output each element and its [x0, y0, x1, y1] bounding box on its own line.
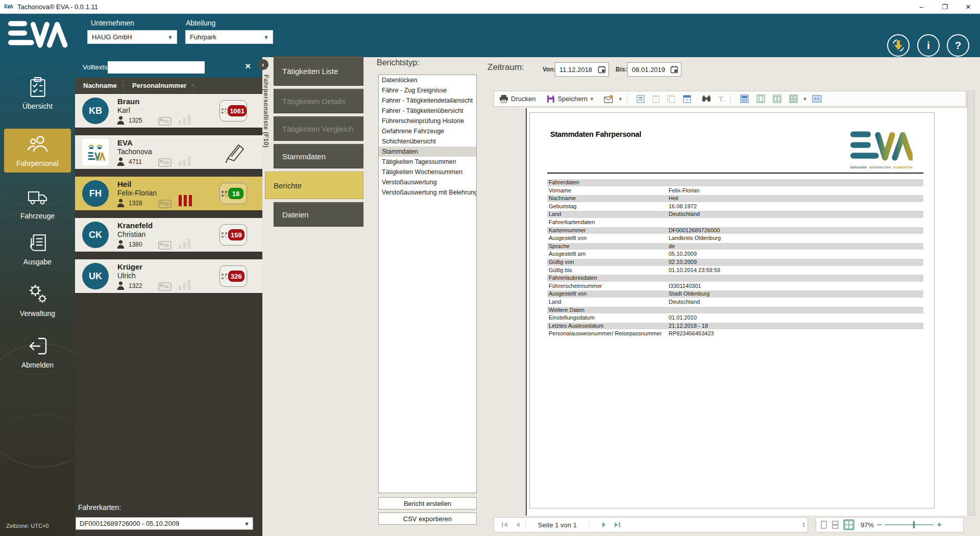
clear-search-icon[interactable]: ✕: [244, 62, 251, 71]
help-button[interactable]: ?: [947, 34, 969, 57]
fit-width-button[interactable]: [812, 95, 824, 103]
column-nachname[interactable]: Nachname: [75, 78, 124, 93]
next-page-button[interactable]: [602, 522, 607, 528]
person-icon: [117, 157, 125, 168]
table-row: Land Deutschland: [547, 299, 923, 307]
search-input[interactable]: [108, 61, 205, 74]
table-row: Gültig von 02.10.2009: [547, 259, 923, 267]
period-label: Zeitraum:: [487, 62, 524, 72]
date-from-input[interactable]: 11.12.2018: [555, 62, 609, 77]
chevron-down-icon[interactable]: ▼: [618, 96, 623, 102]
document-map-button[interactable]: [636, 95, 647, 103]
date-to-input[interactable]: 08.01.2019: [627, 62, 681, 77]
sidebar-item-verwaltung[interactable]: Verwaltung: [4, 278, 71, 323]
report-type-item[interactable]: Gefahrene Fahrzeuge: [379, 126, 476, 136]
report-type-item[interactable]: Verstoßauswertung: [379, 177, 476, 187]
chevron-down-icon: ▼: [263, 34, 269, 40]
report-type-item[interactable]: Führerscheinprüfung Historie: [379, 116, 476, 126]
fit-page-mode-button[interactable]: [831, 521, 839, 529]
violation-badge-group[interactable]: 18: [219, 183, 247, 204]
caption-auswerten: AUSWERTEN: [893, 166, 913, 169]
collapse-panel-button[interactable]: ‹: [258, 59, 268, 70]
report-type-item[interactable]: Fähre - Zug Ereignisse: [379, 85, 476, 95]
multi-page-view-button[interactable]: ▼: [789, 94, 807, 103]
first-page-button[interactable]: [501, 522, 508, 528]
person-row-kranefeld[interactable]: CK Kranefeld Christian 1380 159: [75, 218, 262, 252]
search-in-report-button[interactable]: [702, 95, 714, 103]
sidebar-item-abmelden[interactable]: Abmelden: [4, 330, 71, 374]
column-personalnummer[interactable]: Personalnummer: [124, 78, 194, 93]
personnel-number: 4711: [129, 158, 142, 165]
avatar: FH: [82, 180, 109, 207]
one-page-mode-button[interactable]: [820, 521, 827, 529]
page-layout-button[interactable]: [740, 94, 751, 103]
info-button[interactable]: i: [917, 34, 940, 57]
report-type-item[interactable]: Datenlücken: [379, 75, 476, 85]
grid-mode-button-active[interactable]: [843, 519, 854, 530]
person-row-krueger[interactable]: UK Krüger Ulrich 1322 326: [75, 259, 262, 293]
two-page-view-button[interactable]: [773, 94, 784, 103]
download-updates-button[interactable]: [887, 34, 910, 57]
chevron-down-icon: ▼: [167, 34, 173, 40]
tab-berichte[interactable]: Berichte: [265, 172, 363, 199]
tab-taetigkeiten-liste[interactable]: Tätigkeiten Liste: [274, 56, 363, 86]
zoom-in-button[interactable]: +: [937, 520, 941, 529]
save-floppy-icon: [547, 95, 555, 103]
zoom-slider[interactable]: [885, 524, 934, 525]
violation-count-badge: 1061: [228, 105, 247, 116]
report-type-item[interactable]: Fahrer - Tätigkeitenübersicht: [379, 106, 476, 116]
sidebar-item-uebersicht[interactable]: Übersicht: [4, 71, 71, 115]
sidebar-item-fahrzeuge[interactable]: Fahrzeuge: [4, 181, 71, 225]
filter-icon[interactable]: [122, 83, 124, 88]
row-value: 01.10.2014 23:59:59: [669, 267, 720, 274]
panel-vertical-label: Fahrpersonalliste (F10): [262, 75, 270, 148]
violation-badge-group[interactable]: 159: [219, 224, 247, 246]
previous-page-button[interactable]: [515, 522, 520, 528]
send-export-button[interactable]: ▼: [603, 94, 623, 103]
row-label: Sprache: [549, 243, 570, 250]
zoom-slider-thumb[interactable]: [913, 521, 915, 528]
department-select[interactable]: Fuhrpark ▼: [185, 30, 273, 44]
driver-card-select[interactable]: DF00012689726000 - 05.10.2009 ▼: [76, 517, 253, 530]
restore-button[interactable]: ❐: [933, 0, 957, 13]
report-type-item[interactable]: Tätigkeiten Tagessummen: [379, 157, 476, 167]
export-csv-button[interactable]: CSV exportieren: [378, 513, 477, 525]
create-report-button[interactable]: Bericht erstellen: [378, 497, 477, 509]
sidebar-item-fahrpersonal[interactable]: Fahrpersonal: [4, 129, 71, 173]
last-page-button[interactable]: [614, 522, 621, 528]
report-type-item[interactable]: Tätigkeiten Wochensummen: [379, 167, 476, 177]
minimize-button[interactable]: –: [910, 0, 933, 13]
edit-report-button[interactable]: [683, 95, 694, 103]
zoom-out-button[interactable]: −: [877, 520, 881, 529]
close-button[interactable]: ✕: [957, 0, 980, 13]
calendar-icon[interactable]: [598, 65, 606, 74]
report-toolbar: Drucken Speichern ▼ ▼ ?: [494, 91, 966, 107]
column-header-row: Nachname Personalnummer: [75, 78, 262, 93]
single-page-view-button[interactable]: [756, 94, 768, 103]
tab-taetigkeiten-vergleich: Tätigkeiten Vergleich: [274, 116, 363, 141]
person-row-braun[interactable]: KB Braun Karl 1325 1061: [75, 94, 262, 128]
report-type-item[interactable]: Verstoßauswertung mit Belehrung: [379, 187, 476, 198]
company-select[interactable]: HAUG GmbH ▼: [87, 30, 177, 44]
person-row-eva[interactable]: EVA Tachonova 4711: [75, 135, 262, 169]
person-firstname: Christian: [117, 230, 145, 238]
violation-badge-group[interactable]: 1061: [219, 100, 247, 121]
tab-dateien[interactable]: Dateien: [274, 202, 363, 227]
chevron-down-icon[interactable]: ▼: [590, 96, 594, 102]
report-type-item[interactable]: Fahrer - Tätigkeitendetailansicht: [379, 95, 476, 106]
sidebar-item-ausgabe[interactable]: Ausgabe: [4, 227, 71, 271]
report-type-item[interactable]: Schichtenübersicht: [379, 136, 476, 147]
column-label: Nachname: [83, 82, 117, 89]
filter-icon[interactable]: [191, 83, 193, 88]
print-label: Drucken: [511, 95, 535, 103]
signature-pen-icon[interactable]: [224, 140, 248, 166]
report-type-item[interactable]: Stammdaten: [379, 147, 476, 157]
pager-spinner[interactable]: ▲▼: [802, 522, 805, 528]
chevron-down-icon[interactable]: ▼: [802, 96, 807, 102]
violation-badge-group[interactable]: 326: [219, 265, 247, 287]
tab-stammdaten[interactable]: Stammdaten: [274, 144, 363, 168]
print-button[interactable]: Drucken: [499, 95, 535, 103]
person-row-heil[interactable]: FH Heil Felix-Florian 1328 18: [75, 177, 262, 210]
save-button[interactable]: Speichern ▼: [547, 95, 594, 103]
calendar-icon[interactable]: [670, 65, 678, 74]
